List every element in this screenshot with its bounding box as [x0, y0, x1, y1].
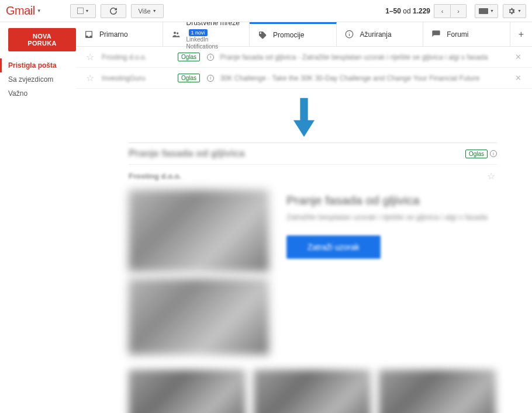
- ad-tag: Oglas: [178, 53, 200, 61]
- chevron-right-icon: ›: [457, 8, 460, 15]
- tab-sublabel: LinkedIn Notifications: [186, 36, 241, 50]
- ad-tag: Oglas: [465, 150, 488, 158]
- input-mode-button[interactable]: ▼: [475, 4, 498, 18]
- email-row[interactable]: ☆ Frosting d.o.o. Oglas i Pranje fasada …: [76, 47, 532, 68]
- checkbox-icon: [77, 8, 84, 14]
- ad-thumbnail: [379, 370, 496, 413]
- star-icon[interactable]: ☆: [84, 51, 96, 63]
- people-icon: [171, 30, 181, 39]
- ad-image: [129, 190, 269, 272]
- inbox-icon: [84, 30, 94, 39]
- info-icon: [345, 30, 354, 39]
- ad-thumbnail: [254, 370, 371, 413]
- ad-description: Zatražite besplatan uzorak i riješite se…: [286, 212, 497, 223]
- new-badge: 1 novi: [189, 29, 208, 36]
- ad-image: [129, 279, 269, 355]
- star-icon[interactable]: ☆: [84, 72, 96, 84]
- tab-social[interactable]: Društvene mreže 1 novi LinkedIn Notifica…: [163, 22, 250, 46]
- ad-tag: Oglas: [178, 74, 200, 82]
- close-icon[interactable]: ✕: [513, 53, 524, 61]
- star-icon[interactable]: ☆: [485, 171, 497, 182]
- sidebar-item-starred[interactable]: Sa zvjezdicom: [0, 72, 76, 86]
- tab-primary[interactable]: Primarno: [76, 22, 163, 46]
- select-checkbox[interactable]: ▼: [70, 4, 96, 18]
- keyboard-icon: [479, 8, 488, 14]
- detail-title: Pranje fasada od gljivica: [129, 148, 465, 159]
- chevron-left-icon: ‹: [441, 8, 444, 15]
- svg-point-2: [177, 32, 178, 34]
- caret-down-icon: ▼: [517, 9, 521, 13]
- arrow-down-icon: [293, 97, 315, 138]
- tab-label: Društvene mreže: [186, 22, 240, 27]
- tab-label: Ažuriranja: [360, 30, 392, 39]
- more-button[interactable]: Više ▼: [131, 4, 164, 18]
- gear-icon: [507, 7, 516, 15]
- caret-down-icon: ▼: [37, 8, 42, 13]
- svg-rect-0: [479, 8, 488, 14]
- info-icon[interactable]: i: [490, 150, 497, 157]
- refresh-icon: [109, 7, 118, 15]
- compose-button[interactable]: NOVA PORUKA: [8, 28, 76, 51]
- tab-label: Primarno: [99, 30, 128, 39]
- caret-down-icon: ▼: [153, 9, 157, 13]
- email-subject: 30K Challenge - Take the 30K 30-Day Chal…: [220, 74, 507, 82]
- detail-sender: Frosting d.o.o.: [129, 172, 485, 181]
- chat-icon: [431, 30, 441, 39]
- tab-updates[interactable]: Ažuriranja: [337, 22, 424, 46]
- tag-icon: [258, 30, 267, 40]
- tab-label: Promocije: [273, 31, 304, 39]
- email-subject: Pranje fasada od gljivica - Zatražite be…: [220, 53, 507, 61]
- tab-promotions[interactable]: Promocije: [250, 22, 337, 46]
- tab-label: Forumi: [447, 30, 468, 39]
- plus-icon: +: [519, 29, 524, 40]
- logo-text: Gmail: [6, 4, 35, 18]
- refresh-button[interactable]: [101, 4, 126, 18]
- caret-down-icon: ▼: [490, 9, 494, 13]
- ad-title: Pranje fasada od gljivica: [286, 193, 497, 207]
- info-icon[interactable]: i: [207, 75, 214, 82]
- info-icon[interactable]: i: [207, 54, 214, 61]
- svg-point-1: [174, 32, 176, 34]
- email-row[interactable]: ☆ InvestingGuru Oglas i 30K Challenge - …: [76, 68, 532, 89]
- cta-button[interactable]: Zatraži uzorak: [286, 235, 381, 259]
- tab-forums[interactable]: Forumi: [423, 22, 510, 46]
- add-tab-button[interactable]: +: [510, 22, 532, 46]
- pager-text: 1–50 od 1.229: [385, 7, 430, 15]
- close-icon[interactable]: ✕: [513, 74, 524, 82]
- sidebar-item-important[interactable]: Važno: [0, 86, 76, 100]
- caret-down-icon: ▼: [85, 9, 89, 13]
- prev-page-button[interactable]: ‹: [434, 4, 450, 18]
- gmail-logo[interactable]: Gmail ▼: [6, 4, 70, 18]
- email-sender: InvestingGuru: [102, 74, 172, 82]
- email-sender: Frosting d.o.o.: [102, 53, 172, 61]
- ad-thumbnail: [129, 370, 246, 413]
- sidebar-item-inbox[interactable]: Pristigla pošta: [0, 58, 76, 72]
- more-label: Više: [138, 8, 150, 15]
- settings-button[interactable]: ▼: [503, 4, 526, 18]
- next-page-button[interactable]: ›: [450, 4, 467, 18]
